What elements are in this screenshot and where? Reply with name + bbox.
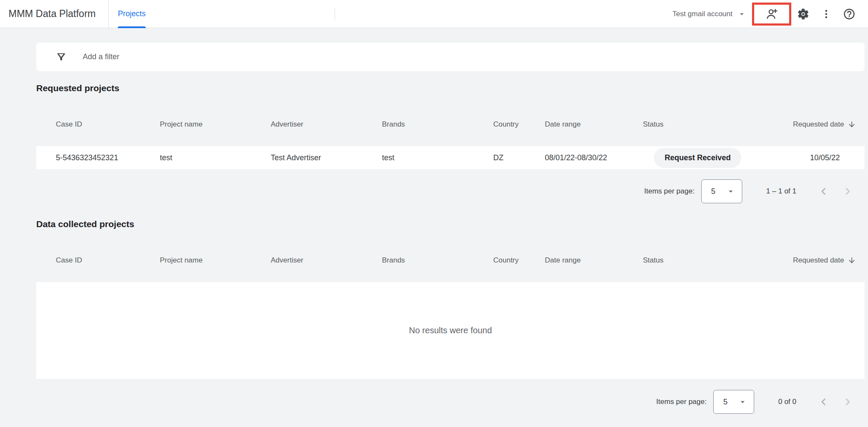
- column-header-advertiser: Advertiser: [271, 120, 382, 129]
- collected-table-empty-state: No results were found: [36, 282, 865, 379]
- person-add-icon: [765, 7, 778, 21]
- cell-country: DZ: [493, 153, 545, 162]
- chevron-right-icon: [842, 396, 853, 407]
- column-header-case-id: Case ID: [56, 120, 160, 129]
- items-per-page-value: 5: [723, 398, 727, 407]
- column-header-date-range: Date range: [545, 256, 643, 265]
- main-content: Add a filter Requested projects Case ID …: [36, 43, 865, 415]
- column-header-date-range: Date range: [545, 120, 643, 129]
- column-header-status: Status: [643, 120, 771, 129]
- chevron-right-icon: [842, 186, 853, 197]
- add-user-button[interactable]: [762, 5, 781, 23]
- column-header-country: Country: [493, 256, 545, 265]
- column-header-advertiser: Advertiser: [271, 256, 382, 265]
- items-per-page-value: 5: [711, 187, 715, 196]
- items-per-page-select[interactable]: 5: [701, 179, 742, 203]
- help-circle-icon: [843, 8, 856, 20]
- column-header-status: Status: [643, 256, 771, 265]
- dropdown-arrow-icon: [726, 187, 735, 196]
- settings-button[interactable]: [794, 5, 813, 23]
- help-button[interactable]: [840, 5, 859, 23]
- more-options-button[interactable]: [817, 5, 836, 23]
- cell-project-name: test: [160, 153, 271, 162]
- page-range-label: 0 of 0: [778, 398, 796, 406]
- status-badge: Request Received: [654, 148, 741, 168]
- collected-table-header-row: Case ID Project name Advertiser Brands C…: [36, 248, 865, 273]
- column-header-country: Country: [493, 120, 545, 129]
- tab-projects-label: Projects: [118, 9, 145, 18]
- chevron-left-icon: [818, 186, 829, 197]
- collected-paginator: Items per page: 5 0 of 0: [36, 389, 865, 415]
- column-header-brands: Brands: [382, 120, 493, 129]
- sort-descending-icon: [848, 120, 856, 129]
- items-per-page-label: Items per page:: [656, 398, 706, 406]
- column-header-project-name: Project name: [160, 120, 271, 129]
- column-header-case-id: Case ID: [56, 256, 160, 265]
- sort-descending-icon: [848, 256, 856, 265]
- topbar-divider: [108, 0, 109, 28]
- caret-down-icon: [738, 10, 746, 18]
- tab-projects[interactable]: Projects: [118, 0, 145, 28]
- next-page-button[interactable]: [839, 393, 856, 410]
- filter-placeholder: Add a filter: [83, 52, 119, 61]
- gear-icon: [797, 8, 810, 20]
- annotation-highlight-box: [752, 3, 791, 26]
- topbar-actions: Test gmail account: [672, 0, 859, 28]
- empty-state-message: No results were found: [409, 326, 492, 335]
- section-title-requested-projects: Requested projects: [36, 82, 865, 94]
- page-range-label: 1 – 1 of 1: [766, 187, 796, 196]
- column-header-requested-date[interactable]: Requested date: [771, 120, 856, 129]
- dropdown-arrow-icon: [738, 397, 747, 407]
- cell-requested-date: 10/05/22: [771, 153, 856, 162]
- requested-table-row[interactable]: 5-5436323452321 test Test Advertiser tes…: [36, 146, 865, 169]
- previous-page-button[interactable]: [815, 183, 832, 200]
- column-header-requested-date[interactable]: Requested date: [771, 256, 856, 265]
- filter-funnel-icon: [55, 51, 67, 63]
- section-title-data-collected-projects: Data collected projects: [36, 218, 865, 230]
- next-page-button[interactable]: [839, 183, 856, 200]
- items-per-page-select[interactable]: 5: [713, 390, 754, 414]
- chevron-left-icon: [818, 396, 829, 407]
- account-label: Test gmail account: [672, 10, 732, 18]
- requested-table-header-row: Case ID Project name Advertiser Brands C…: [36, 112, 865, 137]
- active-tab-indicator: [118, 26, 145, 28]
- column-header-project-name: Project name: [160, 256, 271, 265]
- cell-date-range: 08/01/22-08/30/22: [545, 153, 643, 162]
- topbar-divider-light: [335, 8, 335, 20]
- requested-paginator: Items per page: 5 1 – 1 of 1: [36, 179, 865, 204]
- account-menu[interactable]: Test gmail account: [672, 10, 746, 18]
- cell-status: Request Received: [643, 148, 771, 168]
- cell-case-id: 5-5436323452321: [56, 153, 160, 162]
- filter-input[interactable]: Add a filter: [36, 43, 865, 71]
- previous-page-button[interactable]: [815, 393, 832, 410]
- topbar: MMM Data Platform Projects Test gmail ac…: [0, 0, 868, 28]
- app-title: MMM Data Platform: [9, 8, 95, 20]
- items-per-page-label: Items per page:: [644, 187, 694, 196]
- cell-advertiser: Test Advertiser: [271, 153, 382, 162]
- more-vert-icon: [820, 8, 832, 20]
- column-header-brands: Brands: [382, 256, 493, 265]
- cell-brands: test: [382, 153, 493, 162]
- page: MMM Data Platform Projects Test gmail ac…: [0, 0, 868, 427]
